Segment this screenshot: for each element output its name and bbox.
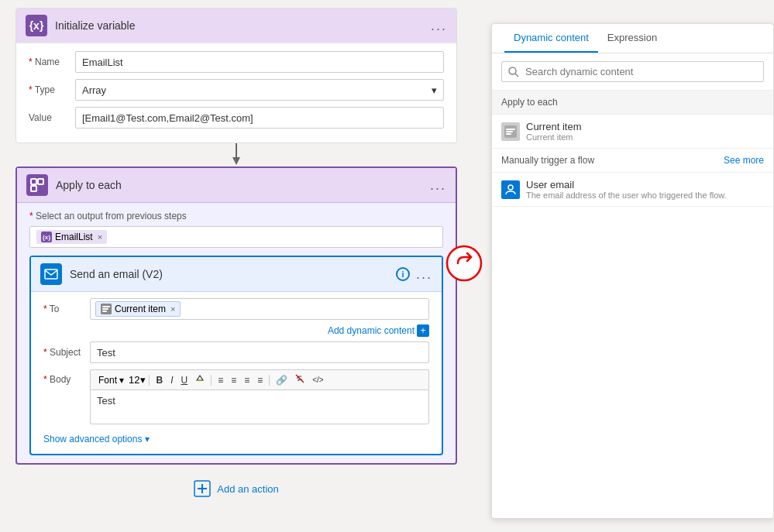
redirect-arrow-container (441, 240, 487, 289)
svg-rect-20 (506, 131, 513, 132)
apply-to-each-card: Apply to each ... Select an output from … (15, 166, 457, 465)
body-editor-container: Font ▾ 12 ▾ B I U (90, 369, 429, 424)
subject-input[interactable] (90, 342, 429, 363)
init-card-menu[interactable]: ... (431, 18, 447, 34)
current-item-panel-text: Current item Current item (526, 121, 764, 142)
init-card-header: {x} Initialize variable ... (16, 9, 456, 43)
current-item-panel-item[interactable]: Current item Current item (492, 115, 773, 149)
body-editor[interactable]: Test (90, 390, 429, 424)
svg-rect-9 (102, 311, 107, 312)
outdent-button[interactable]: ≡ (254, 373, 266, 387)
underline-button[interactable]: U (178, 373, 191, 387)
email-list-tag-container[interactable]: {x} EmailList × (29, 226, 443, 248)
arrow-connector-1 (15, 143, 457, 166)
send-email-title: Send an email (V2) (70, 268, 396, 280)
link-button[interactable]: 🔗 (273, 373, 291, 387)
apply-to-each-section-header: Apply to each (492, 91, 773, 115)
svg-point-12 (447, 246, 481, 280)
send-email-icon (40, 263, 62, 285)
type-label: Type (29, 84, 75, 95)
current-item-tag: Current item × (95, 301, 181, 317)
apply-card-icon (26, 174, 48, 196)
body-label: Body (43, 374, 90, 385)
init-card-body: Name Type Array ▾ Value (16, 43, 456, 142)
value-field-row: Value (29, 107, 444, 129)
toolbar-sep-1 (149, 375, 150, 386)
value-label: Value (29, 112, 75, 123)
italic-button[interactable]: I (167, 373, 176, 387)
select-output-label: Select an output from previous steps (29, 211, 443, 221)
send-email-menu[interactable]: ... (416, 266, 432, 283)
font-size-selector[interactable]: 12 ▾ (129, 374, 146, 386)
search-dynamic-content-input[interactable] (525, 66, 757, 77)
value-input[interactable] (75, 107, 444, 129)
info-icon[interactable]: i (396, 267, 410, 281)
apply-card-title: Apply to each (56, 179, 430, 191)
manually-trigger-section-header: Manually trigger a flow (501, 155, 594, 166)
dynamic-content-panel: Dynamic content Expression Apply to each (491, 23, 774, 519)
tag-icon: {x} (41, 232, 52, 242)
apply-card-menu[interactable]: ... (430, 177, 446, 194)
emaillist-tag: {x} EmailList × (36, 230, 107, 244)
apply-card-body: Select an output from previous steps {x}… (17, 203, 456, 463)
dynamic-content-tab[interactable]: Dynamic content (504, 24, 598, 53)
user-email-panel-item[interactable]: User email The email address of the user… (492, 173, 773, 207)
panel-tabs: Dynamic content Expression (492, 24, 773, 53)
chevron-down-icon: ▾ (145, 434, 150, 444)
body-field-row: Body Font ▾ 12 ▾ (43, 369, 429, 424)
indent-button[interactable]: ≡ (241, 373, 253, 387)
to-tag-icon (101, 304, 112, 314)
unordered-list-button[interactable]: ≡ (228, 373, 239, 387)
toolbar-sep-2 (211, 375, 212, 386)
bold-button[interactable]: B (153, 373, 166, 387)
unlink-button[interactable] (292, 372, 308, 387)
font-chevron-icon: ▾ (119, 375, 124, 386)
send-email-card: Send an email (V2) i ... To (29, 256, 443, 455)
toolbar-sep-3 (269, 375, 270, 386)
initialize-variable-card: {x} Initialize variable ... Name Type Ar… (15, 8, 457, 143)
svg-rect-7 (102, 306, 110, 307)
search-icon (508, 67, 519, 77)
manual-trigger-section-row: Manually trigger a flow See more (492, 149, 773, 173)
current-item-close-button[interactable]: × (170, 304, 175, 314)
svg-rect-2 (31, 179, 36, 184)
send-email-body: To (31, 292, 442, 454)
user-email-panel-icon (501, 180, 520, 199)
type-field-row: Type Array ▾ (29, 79, 444, 101)
svg-line-17 (515, 74, 518, 77)
highlight-button[interactable] (192, 372, 208, 387)
svg-rect-8 (102, 308, 108, 310)
to-field-row: To (43, 298, 429, 320)
init-card-title: Initialize variable (55, 19, 431, 32)
svg-rect-5 (45, 269, 57, 279)
expression-tab[interactable]: Expression (598, 24, 666, 53)
svg-rect-3 (38, 179, 43, 184)
svg-rect-19 (506, 129, 515, 130)
body-toolbar: Font ▾ 12 ▾ B I U (90, 369, 429, 390)
current-item-panel-icon (501, 122, 520, 141)
svg-rect-21 (506, 133, 511, 135)
see-more-link[interactable]: See more (724, 155, 764, 166)
name-label: Name (29, 57, 75, 67)
add-action-button[interactable]: Add an action (15, 480, 457, 497)
add-dynamic-content-link[interactable]: Add dynamic content + (43, 324, 429, 337)
svg-point-22 (508, 185, 513, 190)
tag-close-button[interactable]: × (98, 232, 102, 242)
size-chevron-icon: ▾ (140, 374, 146, 386)
font-dropdown[interactable]: Font ▾ (95, 373, 127, 387)
svg-point-16 (509, 67, 516, 74)
to-label: To (43, 304, 90, 314)
panel-search-area (492, 53, 773, 91)
svg-rect-10 (196, 381, 204, 383)
subject-field-row: Subject (43, 342, 429, 363)
search-box[interactable] (501, 61, 764, 82)
user-email-panel-text: User email The email address of the user… (526, 179, 764, 200)
show-advanced-button[interactable]: Show advanced options ▾ (43, 431, 429, 448)
code-button[interactable]: </> (309, 374, 326, 386)
ordered-list-button[interactable]: ≡ (215, 373, 226, 387)
chevron-down-icon: ▾ (432, 84, 437, 96)
name-input[interactable] (75, 51, 444, 73)
apply-card-header: Apply to each ... (17, 168, 456, 203)
type-select[interactable]: Array ▾ (75, 79, 444, 101)
svg-rect-4 (31, 186, 36, 191)
